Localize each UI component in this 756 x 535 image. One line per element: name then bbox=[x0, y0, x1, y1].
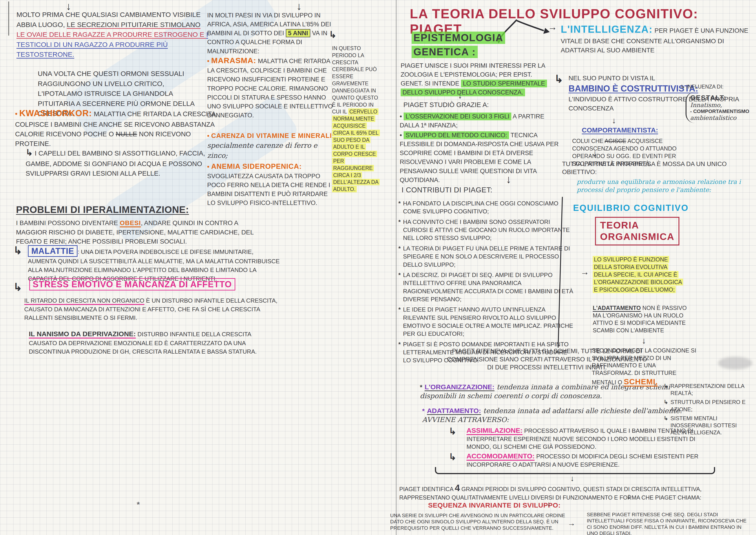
heading-contributi: I CONTRIBUTI DI PIAGET: bbox=[402, 186, 492, 194]
term-intelligenza: L'INTELLIGENZA: bbox=[561, 24, 653, 35]
asterisk-icon: * bbox=[398, 218, 401, 226]
arrow-down-icon: ↓ bbox=[612, 116, 616, 125]
crossed-out-word: AGISCE bbox=[605, 138, 626, 144]
gestalt-title: GESTALT: bbox=[690, 94, 756, 101]
page-fold-seam bbox=[396, 0, 396, 535]
term-carenza-vitamine: CARENZA DI VITAMINE E MINERALI: bbox=[211, 132, 334, 139]
iperalimentazione-text: I BAMBINI POSSONO DIVENTARE bbox=[16, 219, 120, 226]
hook-arrow-icon: ↳ bbox=[26, 148, 33, 157]
studio-item2-text: TECNICA FLESSIBILE DI DOMANDA-RISPOSTA C… bbox=[400, 132, 559, 183]
carenza-definition: •CARENZA DI VITAMINE E MINERALI: special… bbox=[207, 131, 335, 160]
arrow-down-icon: ↓ bbox=[570, 474, 574, 483]
hook-arrow-icon: ↳ bbox=[663, 398, 668, 406]
heading-nanismo: IL NANISMO DA DEPRIVAZIONE: bbox=[29, 330, 136, 338]
contributi-list: *HA FONDATO LA DISCIPLINA CHE OGGI CONOS… bbox=[398, 199, 575, 365]
epistemologia-line1: EPISTEMOLOGIA bbox=[412, 32, 505, 44]
schemi-list: ↳RAPPRESENTAZIONI DELLA REALTÀ; ↳STRUTTU… bbox=[663, 382, 755, 436]
scanned-notes-page: { "colors": { "title_red": "#b02e44", "o… bbox=[0, 0, 756, 535]
curly-arrow-icon: ↓ bbox=[506, 173, 511, 185]
gestalt-influences-box: GESTALT: Innatismo, - COMPORTAMENTISMO a… bbox=[686, 92, 756, 123]
gestalt-innatismo: Innatismo, bbox=[690, 101, 756, 108]
malattie-section: MALATTIE: UNA DIETA POVERA INDEBOLISCE L… bbox=[28, 245, 281, 283]
term-organizzazione: L'ORGANIZZAZIONE: bbox=[425, 383, 494, 391]
term-schemi: SCHEMI, bbox=[624, 377, 658, 386]
list-item: ↳SISTEMI MENTALI INOSSERVABILI SOTTESI A… bbox=[663, 415, 755, 436]
organismica-highlighted: LO SVILUPPO È FUNZIONE DELLA STORIA EVOL… bbox=[593, 256, 683, 293]
hook-arrow-icon: ↳ bbox=[329, 29, 337, 40]
list-item: *LA DESCRIZ. DI PIAGET DI SEQ. AMPIE DI … bbox=[398, 271, 575, 303]
hook-arrow-icon: ↳ bbox=[449, 426, 456, 436]
number-four: 4 bbox=[455, 483, 460, 493]
contributo-4: LA DESCRIZ. DI PIAGET DI SEQ. AMPIE DI S… bbox=[403, 271, 575, 303]
bullet-icon: • bbox=[15, 110, 17, 118]
arrow-right-icon: → bbox=[580, 267, 589, 277]
list-item: *LA TEORIA DI PIAGET FU UNA DELLE PRIME … bbox=[398, 244, 575, 269]
curly-arrow-icon: ↓ bbox=[642, 336, 646, 346]
sequenza-left-note: UNA SERIE DI SVILUPPI CHE AVVENGONO IN U… bbox=[390, 512, 566, 531]
contributo-3: LA TEORIA DI PIAGET FU UNA DELLE PRIME A… bbox=[403, 244, 575, 269]
quattro-periodi-paragraph: PIAGET IDENTIFICA 4 GRANDI PERIODI DI SV… bbox=[399, 482, 713, 501]
list-item: *HA FONDATO LA DISCIPLINA CHE OGGI CONOS… bbox=[398, 199, 575, 216]
term-costruttivista: BAMBINO È COSTRUTTIVISTA: bbox=[569, 84, 698, 93]
anemia-definition: •ANEMIA SIDEROPENICA: SVOGLIATEZZA CAUSA… bbox=[207, 161, 338, 208]
term-kwashiorkor: KWASHIORKOR: bbox=[19, 108, 92, 118]
studio-intro: PIAGET STUDIÒ GRAZIE A: bbox=[403, 101, 489, 109]
studio-item1-highlighted: L'OSSERVAZIONE DEI SUOI 3 FIGLI bbox=[404, 113, 511, 120]
kwashiorkor-definition: •KWASHIORKOR: MALATTIA CHE RITARDA LA CR… bbox=[15, 107, 221, 149]
accomodamento-definition: ACCOMODAMENTO: PROCESSO DI MODIFICA DEGL… bbox=[467, 452, 718, 468]
schemi-item-2: STRUTTURA DI PENSIERO E AZIONE; bbox=[670, 398, 755, 413]
gestalt-comportamentismo: - COMPORTAMENTISMO bbox=[690, 108, 756, 114]
teoria-line1: TEORIA bbox=[600, 220, 639, 231]
arrow-down-icon: ↓ bbox=[593, 148, 597, 158]
marasma-def: MALATTIA CHE RITARDA LA CRESCITA, COLPIS… bbox=[207, 58, 333, 119]
epistemologia-line2: GENETICA : bbox=[412, 46, 478, 58]
punto-di-vista-text: NEL SUO PUNTO DI VISTA IL bbox=[569, 74, 655, 82]
asterisk-icon: * bbox=[398, 340, 401, 348]
intro-red-ink: LE OVAIE DELLE RAGAZZE A PRODURRE ESTROG… bbox=[16, 31, 206, 38]
heading-teoria-organismica: TEORIA ORGANISMICA bbox=[595, 217, 679, 245]
term-adattamento: ADATTAMENTO: bbox=[427, 407, 481, 414]
kwashiorkor-note: ↳I CAPELLI DEL BAMBINO SI ASSOTTIGLIANO,… bbox=[26, 146, 222, 178]
contributo-5: LE IDEE DI PIAGET HANNO AVUTO UN'INFLUEN… bbox=[403, 306, 575, 338]
sequenza-right-note: SEBBENE PIAGET RITENESSE CHE SEQ. DEGLI … bbox=[587, 511, 751, 535]
hook-arrow-icon: ↳ bbox=[449, 452, 456, 462]
stress-body: IL RITARDO DI CRESCITA NON ORGANICO È UN… bbox=[24, 296, 279, 322]
highlight-5-anni: 5 ANNI bbox=[286, 29, 310, 37]
adattamento-definition: *ADATTAMENTO: tendenza innata ad adattar… bbox=[422, 406, 692, 424]
hook-arrow-icon: ↳ bbox=[663, 415, 668, 422]
contributo-2: HA CONVINTO CHE I BAMBINI SONO OSSERVATO… bbox=[403, 218, 575, 242]
gestalt-label: ↳ INFLUENZA DI: bbox=[681, 84, 723, 90]
heading-stress-emotivo: STRESS EMOTIVO E MANCANZA DI AFFETTO bbox=[29, 279, 235, 289]
obiettivo-cursive: produrre una equilibrata e armoniosa rel… bbox=[577, 178, 746, 194]
asterisk-icon: * bbox=[398, 306, 401, 314]
hook-arrow-icon: ↳ bbox=[13, 244, 22, 257]
adattamento-underlined: L'ADATTAMENTO bbox=[593, 305, 641, 311]
crossed-out-word: NULLE bbox=[116, 130, 137, 138]
arrow-down-icon: ↓ bbox=[458, 91, 462, 100]
intro-underlined-red: LE SECREZIONI PITUITARIE STIMOLANO bbox=[67, 21, 201, 28]
gestalt-ambientalistico: ambientalistico bbox=[690, 114, 756, 121]
list-item: *HA CONVINTO CHE I BAMBINI SONO OSSERVAT… bbox=[398, 218, 575, 242]
margin-note-crescita-cerebrale: IN QUESTO PERIODO LA CRESCITA CEREBRALE … bbox=[332, 45, 379, 193]
bullet-icon: • bbox=[207, 132, 209, 139]
margin-note-highlighted: CERVELLO NORMALMENTE ACQUISISCE CIRCA IL… bbox=[332, 108, 380, 192]
asterisk-icon: * bbox=[398, 244, 401, 253]
term-anemia-sideropenica: ANEMIA SIDEROPENICA: bbox=[211, 162, 302, 170]
bullet-icon: • bbox=[400, 113, 402, 120]
bullet-icon: • bbox=[207, 58, 209, 65]
secondo-piaget-paragraph: SECONDO PIAGET LA COGNIZIONE SI SVILUPPA… bbox=[592, 347, 697, 386]
curly-arrow-icon: ↓ bbox=[547, 500, 551, 508]
arrow-down-icon: ↓ bbox=[627, 492, 631, 501]
arrow-right-icon: → bbox=[548, 22, 557, 32]
arrow-right-icon: → bbox=[568, 519, 575, 528]
asterisk-icon: * bbox=[420, 383, 422, 391]
comp-text: COLUI CHE bbox=[572, 138, 605, 144]
hook-arrow-icon: ↳ bbox=[663, 382, 668, 389]
bullet-icon: • bbox=[400, 132, 402, 139]
carenza-def: specialmente carenze di ferro e zinco; bbox=[207, 141, 317, 159]
teoria-line2: ORGANISMICA bbox=[600, 231, 674, 242]
term-obesi: OBESI bbox=[120, 219, 141, 226]
bullet-icon: • bbox=[207, 163, 209, 170]
asterisk-icon: * bbox=[422, 408, 425, 414]
pencil-asterisk: * bbox=[137, 500, 140, 509]
